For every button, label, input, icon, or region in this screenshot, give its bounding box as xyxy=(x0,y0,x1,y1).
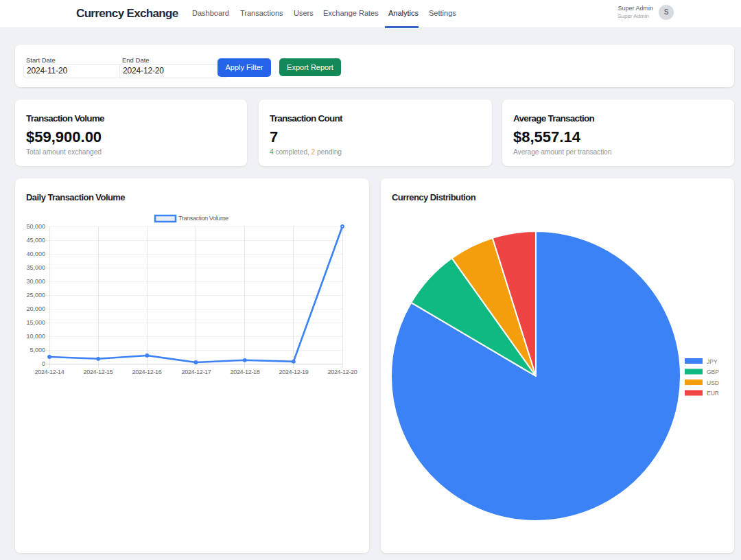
svg-text:40,000: 40,000 xyxy=(26,250,45,257)
svg-text:20,000: 20,000 xyxy=(26,305,45,312)
svg-text:2024-12-15: 2024-12-15 xyxy=(83,369,113,375)
svg-text:30,000: 30,000 xyxy=(26,278,45,285)
svg-text:2024-12-17: 2024-12-17 xyxy=(181,369,211,375)
svg-text:0: 0 xyxy=(42,360,45,367)
svg-text:2024-12-20: 2024-12-20 xyxy=(327,369,357,375)
svg-text:5,000: 5,000 xyxy=(30,347,45,353)
svg-text:JPY: JPY xyxy=(707,358,718,365)
svg-text:Transaction Volume: Transaction Volume xyxy=(178,215,228,222)
svg-text:2024-12-14: 2024-12-14 xyxy=(34,369,64,375)
svg-text:35,000: 35,000 xyxy=(26,264,45,271)
svg-text:2024-12-16: 2024-12-16 xyxy=(132,369,161,375)
svg-text:2024-12-18: 2024-12-18 xyxy=(230,369,259,375)
svg-text:2024-12-19: 2024-12-19 xyxy=(279,369,308,375)
svg-text:50,000: 50,000 xyxy=(26,223,45,230)
svg-text:10,000: 10,000 xyxy=(26,333,45,340)
svg-text:25,000: 25,000 xyxy=(26,292,45,299)
svg-text:45,000: 45,000 xyxy=(26,237,45,244)
svg-text:USD: USD xyxy=(707,380,719,386)
svg-text:EUR: EUR xyxy=(707,390,719,397)
svg-text:GBP: GBP xyxy=(707,369,719,375)
svg-text:15,000: 15,000 xyxy=(26,319,45,326)
